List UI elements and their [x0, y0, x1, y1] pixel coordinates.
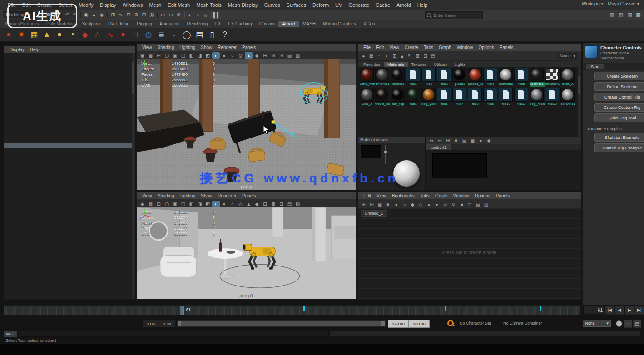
hypershade-toolbar-icon[interactable]: ◐ [383, 53, 391, 59]
viewport-toolbar-icon[interactable]: ◩ [204, 201, 212, 207]
menu-item[interactable]: Modify [75, 2, 96, 8]
ceramic1[interactable]: ceramic1 [560, 88, 575, 107]
channel-box-toggle-icon[interactable]: ▧ [617, 11, 625, 19]
panel-menu-item[interactable]: Options [472, 193, 493, 198]
viewport-toolbar-icon[interactable]: ◆ [253, 52, 261, 59]
divider[interactable] [106, 11, 109, 19]
ipr-render-icon[interactable]: ◑ [194, 11, 202, 19]
dog_metal[interactable]: dog_metal [530, 88, 545, 107]
anim-end-field[interactable]: 200.00 [409, 320, 430, 328]
node-editor-toolbar-icon[interactable]: ▨ [482, 201, 490, 207]
panel-menu-item[interactable]: Panels [239, 45, 259, 50]
panel-menu-item[interactable]: View [386, 45, 402, 50]
shelf-red-sphere-icon[interactable]: ● [117, 29, 129, 40]
menu-item[interactable]: Edit Mesh [164, 2, 193, 8]
viewport-toolbar-icon[interactable]: ▣ [171, 52, 179, 59]
divider[interactable] [183, 11, 186, 19]
modeling-toolkit-toggle-icon[interactable]: ▥ [609, 11, 616, 19]
browser-tab[interactable]: Lights [451, 62, 469, 67]
viewport-toolbar-icon[interactable]: ◎ [237, 201, 244, 207]
snap-plane-icon[interactable]: ⊟ [140, 11, 148, 19]
viewport-toolbar-icon[interactable]: ⊡ [277, 52, 285, 59]
property-toolbar-icon[interactable]: ↦ [428, 137, 436, 143]
leather1[interactable]: leather1 [530, 68, 545, 87]
panel-menu-item[interactable]: Graph [436, 45, 454, 50]
timeline-marker[interactable] [540, 306, 541, 311]
panel-menu-item[interactable]: Lighting [177, 45, 198, 50]
shelf-curve-icon[interactable]: ∿ [104, 29, 116, 40]
panel-menu-item[interactable]: Tabs [421, 45, 436, 50]
panel-menu-item[interactable]: Bookmarks [389, 193, 417, 198]
shelf-cube-icon[interactable]: ■ [15, 29, 27, 40]
viewport-toolbar-icon[interactable]: ◉ [139, 201, 146, 207]
panel-menu-item[interactable]: Panels [497, 45, 516, 50]
shelf-tab[interactable]: UV Editing [104, 21, 133, 27]
menu-item[interactable]: Surfaces [283, 2, 309, 8]
panel-menu-item[interactable]: Graph [432, 193, 451, 198]
viewport-toolbar-icon[interactable]: ▦ [147, 52, 154, 59]
timeline-marker[interactable] [303, 306, 305, 311]
character-set-menu[interactable]: No Character Set [460, 321, 491, 325]
snap-center-icon[interactable]: ⊕ [133, 11, 140, 19]
floor_A[interactable]: floor_A [560, 68, 575, 87]
go-to-end-button[interactable]: ▶| [634, 306, 644, 315]
render-settings-icon[interactable]: ☼ [202, 11, 209, 19]
viewport-toolbar-icon[interactable]: ▧ [294, 52, 302, 59]
shelf-tab[interactable]: Arnold [278, 21, 299, 27]
file4[interactable]: file4 [483, 68, 498, 87]
hypershade-toolbar-icon[interactable]: ↻ [406, 53, 414, 59]
menu-item[interactable]: Help [414, 2, 431, 8]
hypershade-toolbar-icon[interactable]: ≡ [375, 53, 383, 59]
file6[interactable]: file6 [437, 88, 452, 107]
file7[interactable]: file7 [452, 88, 467, 107]
humanik-button[interactable]: Create Control Rig [594, 93, 644, 101]
panel-menu-item[interactable]: Renderer [215, 45, 239, 50]
range-slider-bar[interactable] [178, 321, 385, 326]
command-input[interactable] [18, 331, 329, 337]
viewer-slider[interactable] [385, 145, 386, 164]
node-editor-toolbar-icon[interactable]: ○ [401, 201, 408, 207]
output-connections-icon[interactable]: ↤ [167, 11, 175, 19]
menu-item[interactable]: Windows [119, 2, 146, 8]
range-handle-left[interactable] [178, 321, 181, 326]
file9[interactable]: file9 [483, 88, 498, 107]
anim-start-field[interactable]: 1.00 [143, 320, 159, 328]
shelf-pie-icon[interactable]: ◔ [66, 29, 78, 40]
viewport-toolbar-icon[interactable]: ○ [228, 52, 236, 59]
file3[interactable]: file3 [437, 68, 452, 87]
property-toolbar-icon[interactable]: ▦ [469, 137, 476, 143]
viewport-toolbar-icon[interactable]: ▧ [294, 201, 302, 207]
playback-end-field[interactable]: 120.00 [388, 320, 409, 328]
node-editor-toolbar-icon[interactable]: □ [466, 201, 474, 207]
panel-menu-item[interactable]: Edit [361, 193, 374, 198]
hypershade-toolbar-icon[interactable]: ▲ [398, 53, 406, 59]
humanik-button[interactable]: Create Custom Rig [594, 103, 644, 112]
shelf-sphere-icon[interactable]: ● [3, 29, 15, 40]
hypershade-toolbar-icon[interactable]: ⊠ [414, 53, 421, 59]
shelf-tab[interactable]: Sculpting [79, 21, 104, 27]
wine_mat[interactable]: wine_mat [360, 68, 375, 87]
node-editor-toolbar-icon[interactable]: ◇ [417, 201, 425, 207]
node-graph-area[interactable]: Untitled_1 Press Tab to create a node [358, 208, 581, 299]
divider[interactable] [209, 11, 213, 19]
viewport-toolbar-icon[interactable]: ◎ [237, 52, 244, 59]
panel-menu-item[interactable]: Window [451, 193, 472, 198]
humanik-button[interactable]: Quick Rig Tool [594, 113, 644, 122]
viewport-toolbar-icon[interactable]: ◫ [179, 201, 187, 207]
viewport-toolbar-icon[interactable]: ◧ [188, 52, 195, 59]
shelf-cone-icon[interactable]: ▲ [41, 29, 53, 40]
menu-item[interactable]: Generate [345, 2, 372, 8]
select-hierarchy-icon[interactable]: ◉ [83, 11, 90, 19]
shelf-stack-icon[interactable]: ≣ [155, 29, 167, 40]
shelf-tab[interactable]: Rendering [183, 21, 212, 27]
step-back-button[interactable]: ◀ [615, 306, 624, 315]
outliner-list[interactable] [4, 53, 135, 299]
node-editor-toolbar-icon[interactable]: ► [433, 201, 441, 207]
hypershade-toolbar-icon[interactable]: ⊞ [391, 53, 398, 59]
node-graph-tab[interactable]: Untitled_1 [361, 210, 387, 217]
hypershade-toolbar-icon[interactable]: ▦ [367, 53, 375, 59]
import-examples-section[interactable]: Import Examples [586, 127, 644, 131]
menu-item[interactable]: Mesh Display [225, 2, 261, 8]
shelf-tab[interactable]: XGen [360, 21, 379, 27]
node-editor-toolbar-icon[interactable]: ■ [458, 201, 466, 207]
